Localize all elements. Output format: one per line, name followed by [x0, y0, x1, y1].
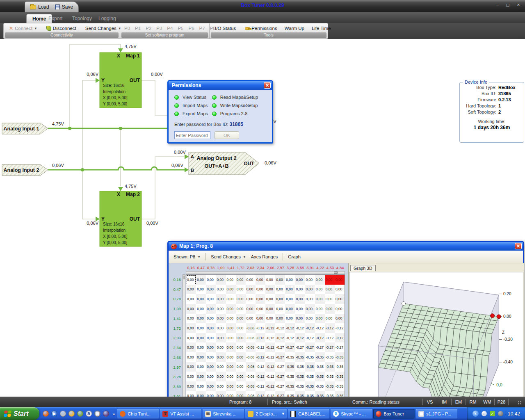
map-cell[interactable]: 0,00: [275, 304, 285, 314]
map-cell[interactable]: 0,00: [256, 285, 265, 294]
map-cell[interactable]: 0,00: [226, 342, 236, 352]
close-button[interactable]: ×: [515, 2, 522, 8]
graph-button[interactable]: Graph: [288, 254, 301, 259]
map-cell[interactable]: 0,00: [246, 285, 256, 294]
messenger-icon[interactable]: [68, 411, 75, 417]
map-cell[interactable]: 0,00: [335, 294, 345, 304]
map-cell[interactable]: 0,00: [305, 314, 315, 324]
map-cell[interactable]: -0,27: [275, 372, 285, 381]
map-cell[interactable]: 0,00: [325, 314, 335, 324]
tab-export[interactable]: Export: [43, 14, 68, 23]
map-cell[interactable]: -0,35: [285, 362, 295, 372]
map-window-title-bar[interactable]: Map 1; Prog. 8 ✕: [169, 242, 523, 251]
program-button-p7[interactable]: P7: [198, 25, 207, 32]
map1-block[interactable]: X Map 1 Y OUT Size: 16x16 Interpolation …: [100, 52, 142, 108]
map-cell[interactable]: -0,12: [295, 323, 305, 333]
map-cell[interactable]: 0,00: [206, 333, 216, 343]
map-cell[interactable]: 0,00: [226, 304, 236, 314]
program-button-p6[interactable]: P6: [187, 25, 196, 32]
x-position-thumb[interactable]: [334, 272, 338, 274]
task-button-boxtuner[interactable]: Box Tuner: [373, 409, 415, 419]
map-cell[interactable]: 0,00: [186, 362, 196, 372]
magnifier-icon[interactable]: ◌: [482, 411, 487, 416]
map-cell[interactable]: 0,00: [226, 352, 236, 362]
disc-icon[interactable]: [103, 411, 109, 417]
map-cell[interactable]: 0,00: [216, 304, 226, 314]
program-button-p1[interactable]: P1: [133, 25, 142, 32]
map-cell[interactable]: 0,00: [216, 381, 226, 391]
map-cell[interactable]: -0,35: [305, 372, 315, 381]
task-button-barcode[interactable]: CABLABEL...: [288, 409, 329, 419]
map-cell[interactable]: 0,00: [216, 352, 226, 362]
map-cell[interactable]: 0,00: [285, 304, 295, 314]
map-cell[interactable]: 0,00: [186, 381, 196, 391]
map-cell[interactable]: -0,08: [246, 381, 256, 391]
map-cell[interactable]: 0,00: [256, 294, 265, 304]
map-cell[interactable]: 0,00: [196, 352, 206, 362]
map-cell[interactable]: -0,12: [335, 323, 345, 333]
load-button[interactable]: Load: [30, 4, 49, 10]
map-cell[interactable]: -0,08: [246, 372, 256, 381]
map-cell[interactable]: -0,27: [285, 342, 295, 352]
status-ok-icon[interactable]: ✓: [490, 411, 495, 416]
map-cell[interactable]: 0,00: [315, 314, 325, 324]
map-cell[interactable]: 0,00: [325, 285, 335, 294]
map-cell[interactable]: 0,00: [236, 372, 246, 381]
tray-clock[interactable]: 10:42: [508, 411, 520, 417]
map-cell[interactable]: -0,08: [246, 333, 256, 343]
map-cell[interactable]: 0,00: [295, 275, 305, 285]
map-cell[interactable]: 0,00: [206, 285, 216, 294]
map-cell[interactable]: 0,00: [256, 304, 265, 314]
map-cell[interactable]: 0,00: [216, 372, 226, 381]
map-cell[interactable]: -0,12: [265, 362, 275, 372]
map-cell[interactable]: 0,00: [285, 294, 295, 304]
map-cell[interactable]: 0,00: [196, 323, 206, 333]
font-icon[interactable]: A: [86, 411, 92, 417]
phone-icon[interactable]: [60, 411, 66, 417]
map2-block[interactable]: X Map 2 Y OUT Size: 16x16 Interpolation …: [100, 191, 142, 247]
save-button[interactable]: Save: [55, 4, 73, 10]
device-tray-icon[interactable]: [498, 411, 503, 416]
map-cell[interactable]: 0,00: [196, 381, 206, 391]
life-time-button[interactable]: Life Time: [309, 25, 334, 32]
task-button-key[interactable]: ⚿VT Assist ...: [160, 409, 201, 419]
map-cell[interactable]: 0,00: [325, 294, 335, 304]
map-cell[interactable]: 0,00: [216, 294, 226, 304]
map-cell[interactable]: -0,27: [275, 362, 285, 372]
io-status-button[interactable]: I/O Status: [212, 25, 239, 32]
map-cell[interactable]: -0,12: [325, 333, 335, 343]
map-cell[interactable]: 0,00: [186, 294, 196, 304]
map-cell[interactable]: 0,00: [236, 304, 246, 314]
map-cell[interactable]: 0,00: [216, 342, 226, 352]
map-cell[interactable]: 0,00: [236, 342, 246, 352]
permissions-dialog-title-bar[interactable]: Permissions ✕: [169, 81, 272, 90]
map-cell[interactable]: -0,35: [305, 381, 315, 391]
map-cell[interactable]: -0,35: [285, 381, 295, 391]
map-cell[interactable]: -0,12: [265, 323, 275, 333]
selected-point-marker[interactable]: [497, 315, 501, 319]
map-cell[interactable]: 0,00: [275, 294, 285, 304]
start-button[interactable]: Start: [0, 407, 39, 420]
map-cell[interactable]: 0,00: [236, 362, 246, 372]
map-cell[interactable]: -0,35: [325, 372, 335, 381]
map-cell[interactable]: -0,12: [335, 333, 345, 343]
map-cell[interactable]: 0,00: [186, 304, 196, 314]
map-cell[interactable]: 0,00: [196, 275, 206, 285]
program-button-p5[interactable]: P5: [176, 25, 185, 32]
map-cell[interactable]: 0,00: [206, 352, 216, 362]
map-cell[interactable]: -0,35: [295, 362, 305, 372]
map-send-changes-button[interactable]: Send Changes▼: [211, 254, 246, 259]
map-cell[interactable]: -0,12: [256, 352, 265, 362]
map-cell[interactable]: 0,00: [246, 304, 256, 314]
map-cell[interactable]: -0,27: [275, 342, 285, 352]
map-cell[interactable]: 0,00: [196, 294, 206, 304]
film-icon[interactable]: ▤: [94, 411, 100, 417]
map-cell[interactable]: 0,00: [196, 342, 206, 352]
map-cell[interactable]: -0,12: [275, 323, 285, 333]
map-cell[interactable]: -0,12: [265, 352, 275, 362]
map-cell[interactable]: 0,00: [275, 275, 285, 285]
map-cell[interactable]: -0,12: [265, 333, 275, 343]
map-cell[interactable]: 0,00: [206, 381, 216, 391]
ok-button[interactable]: OK: [215, 131, 239, 139]
map-cell[interactable]: -0,35: [335, 352, 345, 362]
